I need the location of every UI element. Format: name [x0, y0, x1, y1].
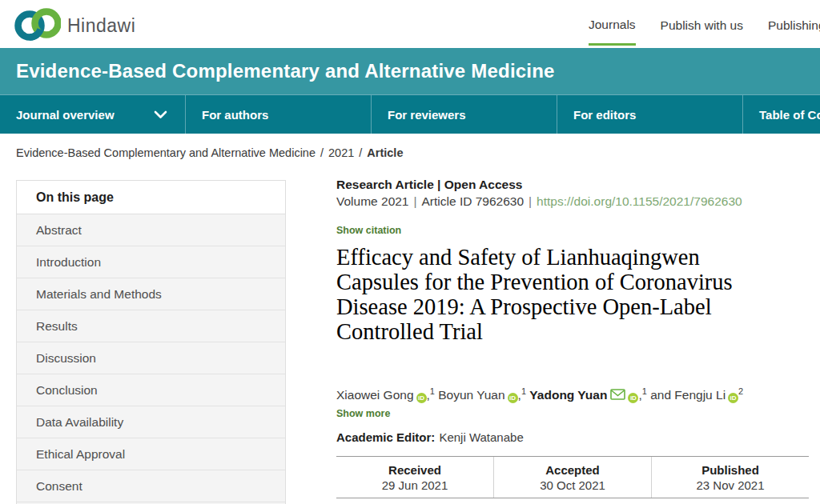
- breadcrumb-separator: /: [320, 146, 324, 159]
- hindawi-logo[interactable]: Hindawi: [11, 4, 135, 47]
- orcid-icon[interactable]: iD: [628, 393, 638, 403]
- page: Hindawi Journals Publish with us Publish…: [0, 0, 820, 504]
- dates-table: Received 29 Jun 2021 Accepted 30 Oct 202…: [336, 456, 809, 498]
- sidebar-item-ethical-approval[interactable]: Ethical Approval: [17, 438, 285, 470]
- article-type: Research Article: [336, 178, 434, 191]
- author: Boyun YuaniD,1: [438, 388, 526, 402]
- sidebar-item-discussion[interactable]: Discussion: [17, 342, 285, 374]
- journal-title[interactable]: Evidence-Based Complementary and Alterna…: [0, 60, 555, 82]
- nav-publishing-partnerships[interactable]: Publishing partnerships: [768, 4, 820, 44]
- academic-editor-label: Academic Editor:: [336, 430, 435, 444]
- author-name[interactable]: Yadong Yuan: [529, 388, 607, 402]
- breadcrumb-separator: /: [359, 146, 362, 159]
- journal-navigation: Journal overview For authors For reviewe…: [0, 94, 820, 134]
- author-affiliation-sup: 1: [521, 386, 526, 396]
- jnav-for-authors[interactable]: For authors: [186, 95, 372, 134]
- top-header: Hindawi Journals Publish with us Publish…: [0, 0, 820, 48]
- author-corresponding: Yadong YuaniD,1: [529, 388, 646, 402]
- on-this-page-sidebar: On this page Abstract Introduction Mater…: [16, 180, 286, 504]
- accepted-date: 30 Oct 2021: [540, 478, 605, 492]
- article-id: Article ID 7962630: [422, 194, 525, 208]
- published-date: 23 Nov 2021: [696, 478, 764, 492]
- orcid-icon[interactable]: iD: [728, 393, 738, 403]
- nav-publish-with-us[interactable]: Publish with us: [661, 4, 743, 44]
- author-name[interactable]: Boyun Yuan: [438, 388, 504, 402]
- sidebar-item-results[interactable]: Results: [17, 310, 285, 342]
- author: Xiaowei GongiD,1: [336, 388, 435, 402]
- accepted-label: Accepted: [545, 463, 600, 477]
- jnav-table-of-contents[interactable]: Table of Contents: [743, 95, 820, 134]
- doi-link[interactable]: https://doi.org/10.1155/2021/7962630: [537, 194, 742, 208]
- author-affiliation-sup: 2: [738, 386, 743, 396]
- author-name[interactable]: and Fengju Li: [650, 388, 726, 402]
- sidebar-item-abstract[interactable]: Abstract: [17, 214, 285, 246]
- sidebar-item-introduction[interactable]: Introduction: [17, 246, 285, 278]
- sidebar-item-materials-and-methods[interactable]: Materials and Methods: [17, 278, 285, 310]
- sidebar-title: On this page: [17, 181, 285, 214]
- open-access-label: Open Access: [444, 178, 523, 191]
- authors-line: Xiaowei GongiD,1 Boyun YuaniD,1 Yadong Y…: [336, 386, 810, 403]
- sidebar-item-data-availability[interactable]: Data Availability: [17, 406, 285, 438]
- author-affiliation-sup: 1: [642, 386, 647, 396]
- breadcrumb-year-link[interactable]: 2021: [328, 146, 354, 159]
- accepted-cell: Accepted 30 Oct 2021: [493, 457, 651, 498]
- jnav-for-editors[interactable]: For editors: [557, 95, 743, 134]
- author: and Fengju LiiD2: [650, 388, 743, 402]
- article-main: Research Article | Open Access Volume 20…: [336, 178, 810, 504]
- show-citation-link[interactable]: Show citation: [336, 225, 401, 236]
- published-label: Published: [701, 463, 759, 477]
- hindawi-rings-icon: [11, 4, 61, 47]
- jnav-journal-overview-label: Journal overview: [16, 108, 115, 122]
- breadcrumb-current: Article: [367, 146, 403, 159]
- breadcrumb-journal-link[interactable]: Evidence-Based Complementary and Alterna…: [16, 146, 316, 159]
- orcid-icon[interactable]: iD: [508, 393, 518, 403]
- received-date: 29 Jun 2021: [382, 478, 448, 492]
- type-separator: |: [437, 178, 440, 191]
- pipe-separator: |: [414, 194, 417, 208]
- volume-label: Volume 2021: [336, 194, 409, 208]
- article-title: Efficacy and Safety of Lianhuaqingwen Ca…: [336, 245, 757, 344]
- author-affiliation-sup: 1: [430, 386, 435, 396]
- published-cell: Published 23 Nov 2021: [651, 457, 809, 498]
- article-type-line: Research Article | Open Access: [336, 178, 522, 192]
- pipe-separator: |: [529, 194, 532, 208]
- author-name[interactable]: Xiaowei Gong: [336, 388, 414, 402]
- show-more-link[interactable]: Show more: [336, 408, 390, 419]
- academic-editor-name: Kenji Watanabe: [439, 430, 523, 444]
- jnav-journal-overview[interactable]: Journal overview: [0, 95, 186, 134]
- journal-banner: Evidence-Based Complementary and Alterna…: [0, 48, 820, 94]
- academic-editor-line: Academic Editor:Kenji Watanabe: [336, 430, 524, 444]
- sidebar-item-conclusion[interactable]: Conclusion: [17, 374, 285, 406]
- orcid-icon[interactable]: iD: [416, 393, 427, 403]
- nav-journals[interactable]: Journals: [589, 3, 636, 46]
- sidebar-item-consent[interactable]: Consent: [17, 470, 285, 502]
- jnav-for-reviewers[interactable]: For reviewers: [372, 95, 557, 134]
- email-icon[interactable]: [610, 389, 625, 403]
- received-cell: Received 29 Jun 2021: [336, 457, 493, 498]
- breadcrumb: Evidence-Based Complementary and Alterna…: [16, 146, 403, 159]
- chevron-down-icon: [154, 108, 167, 122]
- article-id-line: Volume 2021|Article ID 7962630|https://d…: [336, 194, 742, 209]
- top-navigation: Journals Publish with us Publishing part…: [589, 0, 820, 48]
- received-label: Received: [388, 463, 441, 477]
- brand-name: Hindawi: [67, 15, 135, 37]
